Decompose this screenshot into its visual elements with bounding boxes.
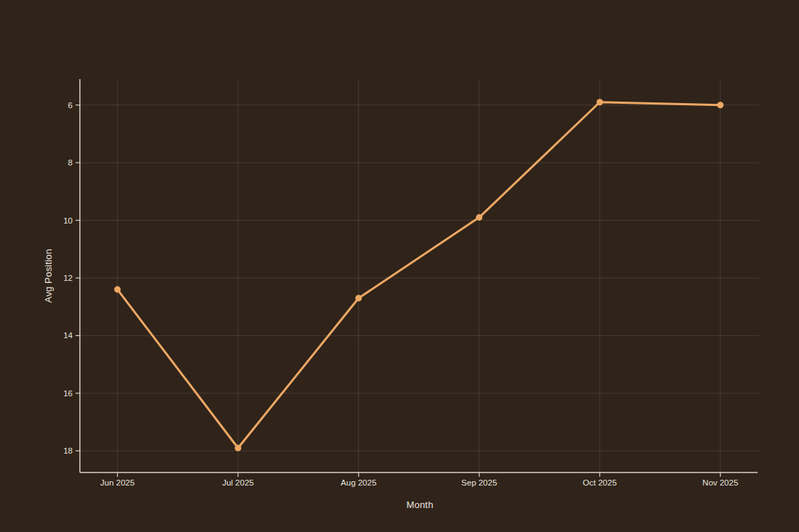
x-axis-title: Month	[406, 499, 433, 510]
y-axis-title: Avg Position	[43, 249, 54, 303]
avg-position-line-chart: 681012141618Jun 2025Jul 2025Aug 2025Sep …	[0, 0, 799, 532]
x-tick-label: Oct 2025	[583, 478, 617, 487]
chart-page: 681012141618Jun 2025Jul 2025Aug 2025Sep …	[0, 0, 799, 532]
x-tick-label: Sep 2025	[461, 478, 497, 487]
data-point[interactable]	[235, 445, 241, 451]
x-tick-label: Nov 2025	[702, 478, 738, 487]
y-tick-label: 16	[63, 389, 73, 398]
data-point[interactable]	[596, 99, 603, 105]
y-tick-label: 10	[63, 216, 73, 225]
data-point[interactable]	[355, 295, 362, 301]
x-tick-label: Jul 2025	[222, 478, 254, 487]
data-point[interactable]	[114, 286, 121, 292]
y-tick-label: 18	[63, 446, 73, 455]
data-point[interactable]	[717, 102, 723, 108]
y-tick-label: 8	[68, 158, 73, 167]
y-tick-label: 6	[68, 101, 73, 110]
data-point[interactable]	[476, 214, 482, 221]
y-tick-label: 14	[63, 331, 73, 340]
series-line	[118, 102, 721, 448]
x-tick-label: Aug 2025	[341, 478, 376, 487]
x-tick-label: Jun 2025	[100, 478, 134, 487]
y-tick-label: 12	[63, 274, 73, 282]
